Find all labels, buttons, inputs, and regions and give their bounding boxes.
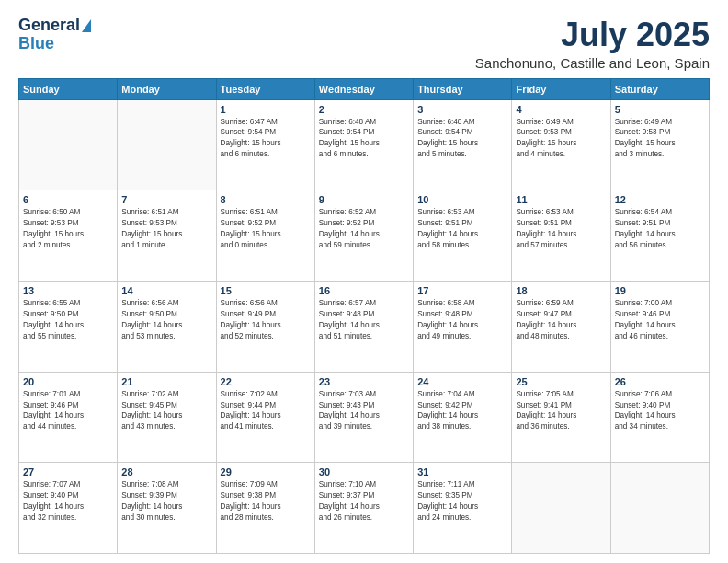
header: General Blue July 2025 Sanchonuno, Casti… xyxy=(18,17,710,71)
day-number: 21 xyxy=(121,376,211,387)
calendar-week-row: 13Sunrise: 6:55 AMSunset: 9:50 PMDayligh… xyxy=(19,281,710,372)
day-info: Sunrise: 7:05 AMSunset: 9:41 PMDaylight:… xyxy=(516,389,606,433)
calendar-cell: 14Sunrise: 6:56 AMSunset: 9:50 PMDayligh… xyxy=(118,281,216,372)
day-number: 19 xyxy=(615,285,705,296)
day-number: 27 xyxy=(23,466,113,477)
day-number: 29 xyxy=(221,466,311,477)
calendar-table: SundayMondayTuesdayWednesdayThursdayFrid… xyxy=(18,78,710,554)
calendar-week-row: 27Sunrise: 7:07 AMSunset: 9:40 PMDayligh… xyxy=(19,463,710,554)
calendar-cell: 29Sunrise: 7:09 AMSunset: 9:38 PMDayligh… xyxy=(216,463,314,554)
day-info: Sunrise: 7:11 AMSunset: 9:35 PMDaylight:… xyxy=(417,479,507,523)
calendar-cell: 21Sunrise: 7:02 AMSunset: 9:45 PMDayligh… xyxy=(118,372,216,463)
day-info: Sunrise: 6:50 AMSunset: 9:53 PMDaylight:… xyxy=(23,207,113,251)
day-number: 30 xyxy=(319,466,409,477)
calendar-cell xyxy=(19,99,118,190)
calendar-week-row: 20Sunrise: 7:01 AMSunset: 9:46 PMDayligh… xyxy=(19,372,710,463)
day-number: 18 xyxy=(516,285,606,296)
calendar-header-saturday: Saturday xyxy=(610,78,709,99)
day-info: Sunrise: 6:51 AMSunset: 9:52 PMDaylight:… xyxy=(221,207,311,251)
day-info: Sunrise: 6:57 AMSunset: 9:48 PMDaylight:… xyxy=(319,298,409,342)
day-number: 7 xyxy=(121,194,211,205)
calendar-cell: 16Sunrise: 6:57 AMSunset: 9:48 PMDayligh… xyxy=(314,281,413,372)
day-info: Sunrise: 7:00 AMSunset: 9:46 PMDaylight:… xyxy=(615,298,705,342)
day-number: 28 xyxy=(121,466,211,477)
day-info: Sunrise: 6:49 AMSunset: 9:53 PMDaylight:… xyxy=(615,117,705,161)
calendar-cell xyxy=(610,463,709,554)
calendar-cell: 12Sunrise: 6:54 AMSunset: 9:51 PMDayligh… xyxy=(610,190,709,282)
calendar-cell: 23Sunrise: 7:03 AMSunset: 9:43 PMDayligh… xyxy=(314,372,413,463)
day-number: 1 xyxy=(221,104,311,115)
calendar-cell: 25Sunrise: 7:05 AMSunset: 9:41 PMDayligh… xyxy=(512,372,610,463)
day-info: Sunrise: 6:52 AMSunset: 9:52 PMDaylight:… xyxy=(319,207,409,251)
day-info: Sunrise: 6:56 AMSunset: 9:50 PMDaylight:… xyxy=(121,298,211,342)
day-info: Sunrise: 6:55 AMSunset: 9:50 PMDaylight:… xyxy=(23,298,113,342)
calendar-header-row: SundayMondayTuesdayWednesdayThursdayFrid… xyxy=(19,78,710,99)
day-info: Sunrise: 7:01 AMSunset: 9:46 PMDaylight:… xyxy=(23,389,113,433)
calendar-header-wednesday: Wednesday xyxy=(314,78,413,99)
day-number: 12 xyxy=(615,194,705,205)
day-number: 31 xyxy=(417,466,507,477)
calendar-cell: 30Sunrise: 7:10 AMSunset: 9:37 PMDayligh… xyxy=(314,463,413,554)
calendar-cell: 19Sunrise: 7:00 AMSunset: 9:46 PMDayligh… xyxy=(610,281,709,372)
day-number: 10 xyxy=(417,194,507,205)
calendar-cell: 1Sunrise: 6:47 AMSunset: 9:54 PMDaylight… xyxy=(216,99,314,190)
calendar-week-row: 1Sunrise: 6:47 AMSunset: 9:54 PMDaylight… xyxy=(19,99,710,190)
day-info: Sunrise: 6:47 AMSunset: 9:54 PMDaylight:… xyxy=(221,117,311,161)
calendar-cell xyxy=(512,463,610,554)
day-number: 22 xyxy=(221,376,311,387)
day-info: Sunrise: 7:02 AMSunset: 9:45 PMDaylight:… xyxy=(121,389,211,433)
calendar-cell xyxy=(118,99,216,190)
day-number: 2 xyxy=(319,104,409,115)
day-number: 11 xyxy=(516,194,606,205)
calendar-cell: 7Sunrise: 6:51 AMSunset: 9:53 PMDaylight… xyxy=(118,190,216,282)
day-info: Sunrise: 6:51 AMSunset: 9:53 PMDaylight:… xyxy=(121,207,211,251)
day-info: Sunrise: 6:54 AMSunset: 9:51 PMDaylight:… xyxy=(615,207,705,251)
calendar-cell: 4Sunrise: 6:49 AMSunset: 9:53 PMDaylight… xyxy=(512,99,610,190)
page: General Blue July 2025 Sanchonuno, Casti… xyxy=(0,0,728,563)
calendar-cell: 15Sunrise: 6:56 AMSunset: 9:49 PMDayligh… xyxy=(216,281,314,372)
day-number: 26 xyxy=(615,376,705,387)
calendar-cell: 8Sunrise: 6:51 AMSunset: 9:52 PMDaylight… xyxy=(216,190,314,282)
day-info: Sunrise: 7:06 AMSunset: 9:40 PMDaylight:… xyxy=(615,389,705,433)
day-info: Sunrise: 7:07 AMSunset: 9:40 PMDaylight:… xyxy=(23,479,113,523)
day-info: Sunrise: 7:04 AMSunset: 9:42 PMDaylight:… xyxy=(417,389,507,433)
day-info: Sunrise: 6:58 AMSunset: 9:48 PMDaylight:… xyxy=(417,298,507,342)
subtitle: Sanchonuno, Castille and Leon, Spain xyxy=(475,55,710,71)
logo-blue: Blue xyxy=(18,35,54,53)
title-block: July 2025 Sanchonuno, Castille and Leon,… xyxy=(475,17,710,71)
day-info: Sunrise: 6:48 AMSunset: 9:54 PMDaylight:… xyxy=(417,117,507,161)
main-title: July 2025 xyxy=(475,17,710,53)
day-number: 3 xyxy=(417,104,507,115)
calendar-header-thursday: Thursday xyxy=(414,78,512,99)
calendar-cell: 28Sunrise: 7:08 AMSunset: 9:39 PMDayligh… xyxy=(118,463,216,554)
calendar-cell: 5Sunrise: 6:49 AMSunset: 9:53 PMDaylight… xyxy=(610,99,709,190)
calendar-cell: 10Sunrise: 6:53 AMSunset: 9:51 PMDayligh… xyxy=(414,190,512,282)
day-number: 24 xyxy=(417,376,507,387)
day-number: 23 xyxy=(319,376,409,387)
logo-triangle-icon xyxy=(82,19,91,32)
day-number: 4 xyxy=(516,104,606,115)
day-info: Sunrise: 6:56 AMSunset: 9:49 PMDaylight:… xyxy=(221,298,311,342)
calendar-cell: 22Sunrise: 7:02 AMSunset: 9:44 PMDayligh… xyxy=(216,372,314,463)
calendar-header-friday: Friday xyxy=(512,78,610,99)
day-info: Sunrise: 7:02 AMSunset: 9:44 PMDaylight:… xyxy=(221,389,311,433)
calendar-cell: 18Sunrise: 6:59 AMSunset: 9:47 PMDayligh… xyxy=(512,281,610,372)
day-info: Sunrise: 7:09 AMSunset: 9:38 PMDaylight:… xyxy=(221,479,311,523)
calendar-cell: 13Sunrise: 6:55 AMSunset: 9:50 PMDayligh… xyxy=(19,281,118,372)
calendar-header-tuesday: Tuesday xyxy=(216,78,314,99)
day-number: 20 xyxy=(23,376,113,387)
calendar-week-row: 6Sunrise: 6:50 AMSunset: 9:53 PMDaylight… xyxy=(19,190,710,282)
day-number: 14 xyxy=(121,285,211,296)
calendar-cell: 2Sunrise: 6:48 AMSunset: 9:54 PMDaylight… xyxy=(314,99,413,190)
day-number: 17 xyxy=(417,285,507,296)
calendar-cell: 3Sunrise: 6:48 AMSunset: 9:54 PMDaylight… xyxy=(414,99,512,190)
calendar-cell: 11Sunrise: 6:53 AMSunset: 9:51 PMDayligh… xyxy=(512,190,610,282)
day-number: 15 xyxy=(221,285,311,296)
day-number: 16 xyxy=(319,285,409,296)
calendar-header-monday: Monday xyxy=(118,78,216,99)
logo: General Blue xyxy=(18,17,91,53)
calendar-cell: 6Sunrise: 6:50 AMSunset: 9:53 PMDaylight… xyxy=(19,190,118,282)
calendar-cell: 20Sunrise: 7:01 AMSunset: 9:46 PMDayligh… xyxy=(19,372,118,463)
day-info: Sunrise: 6:48 AMSunset: 9:54 PMDaylight:… xyxy=(319,117,409,161)
day-info: Sunrise: 7:10 AMSunset: 9:37 PMDaylight:… xyxy=(319,479,409,523)
